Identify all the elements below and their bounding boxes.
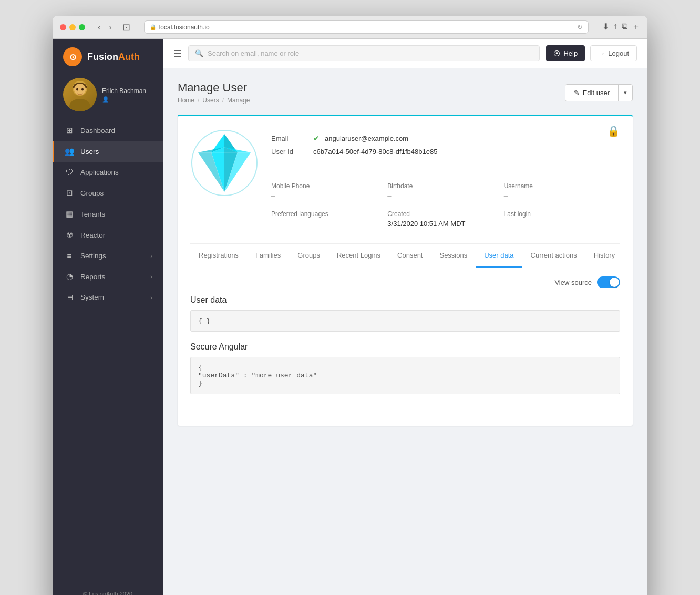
- sidebar-nav: ⊞ Dashboard 👥 Users 🛡 Applications ⊡ Gro…: [53, 120, 163, 583]
- breadcrumb-users[interactable]: Users: [202, 97, 219, 104]
- sidebar-item-settings[interactable]: ≡ Settings ›: [53, 245, 163, 266]
- tab-sessions[interactable]: Sessions: [431, 244, 476, 268]
- refresh-icon[interactable]: ↻: [577, 23, 583, 31]
- back-button[interactable]: ‹: [95, 22, 104, 33]
- chevron-down-icon: ▾: [624, 89, 627, 96]
- user-data-section: View source User data { } Secure Angular…: [190, 268, 620, 413]
- tab-history[interactable]: History: [585, 244, 623, 268]
- user-card-top: Email ✔ angularuser@example.com User Id …: [190, 129, 620, 244]
- help-label: Help: [563, 49, 578, 57]
- avatar-image: [63, 78, 97, 111]
- tabs-icon[interactable]: ⧉: [622, 22, 627, 33]
- divider: [271, 162, 620, 162]
- birthdate-value: –: [387, 192, 503, 200]
- sidebar-item-tenants[interactable]: ▦ Tenants: [53, 203, 163, 224]
- username-value: –: [504, 192, 620, 200]
- logo-text: FusionAuth: [87, 52, 140, 63]
- sidebar-item-groups[interactable]: ⊡ Groups: [53, 182, 163, 203]
- page-title: Manage User: [178, 81, 250, 95]
- system-icon: 🖥: [65, 293, 74, 302]
- sidebar-item-label: Applications: [80, 168, 119, 176]
- view-source-toggle[interactable]: [597, 276, 620, 288]
- help-icon: ⦿: [553, 49, 560, 57]
- sidebar-item-label: Groups: [80, 189, 104, 197]
- verified-icon: ✔: [313, 134, 320, 142]
- search-bar[interactable]: 🔍 Search on email, name or role: [188, 45, 540, 61]
- sidebar-item-dashboard[interactable]: ⊞ Dashboard: [53, 120, 163, 141]
- main-content: Manage User Home / Users / Manage ✎ Edit: [163, 68, 647, 595]
- logout-button[interactable]: → Logout: [590, 45, 637, 61]
- sidebar: ⊙ FusionAuth: [53, 39, 163, 595]
- applications-icon: 🛡: [65, 168, 74, 177]
- edit-user-caret-button[interactable]: ▾: [619, 85, 632, 100]
- tab-user-data[interactable]: User data: [476, 244, 522, 268]
- forward-button[interactable]: ›: [106, 22, 115, 33]
- tab-groups[interactable]: Groups: [289, 244, 328, 268]
- preferred-languages-value: –: [271, 220, 387, 228]
- maximize-button[interactable]: [79, 24, 85, 30]
- created-value: 3/31/2020 10:51 AM MDT: [387, 220, 503, 228]
- download-icon[interactable]: ⬇: [602, 22, 609, 33]
- new-tab-icon[interactable]: ＋: [632, 22, 640, 33]
- svg-point-1: [69, 99, 90, 111]
- traffic-lights: [60, 24, 85, 30]
- svg-point-3: [74, 84, 86, 95]
- tab-registrations[interactable]: Registrations: [190, 244, 247, 268]
- breadcrumb-sep-1: /: [198, 97, 199, 104]
- last-login-item: Last login –: [504, 205, 620, 233]
- user-data-title: User data: [190, 295, 620, 305]
- minimize-button[interactable]: [69, 24, 76, 30]
- svg-point-5: [81, 88, 84, 91]
- sidebar-item-reports[interactable]: ◔ Reports ›: [53, 266, 163, 287]
- page-title-section: Manage User Home / Users / Manage: [178, 81, 250, 104]
- reactor-icon: ☢: [65, 230, 74, 240]
- ssl-lock-icon: 🔒: [150, 24, 156, 30]
- sidebar-item-label: Tenants: [80, 210, 105, 218]
- sidebar-footer: © FusionAuth 2020 FusionAuth™ version 1.…: [53, 583, 163, 595]
- edit-user-button[interactable]: ✎ Edit user: [565, 85, 619, 101]
- close-button[interactable]: [60, 24, 66, 30]
- sidebar-item-label: Reactor: [80, 231, 105, 239]
- url-bar[interactable]: 🔒 local.fusionauth.io ↻: [144, 20, 589, 34]
- preferred-languages-label: Preferred languages: [271, 210, 387, 218]
- sidebar-item-reactor[interactable]: ☢ Reactor: [53, 224, 163, 245]
- search-icon: 🔍: [195, 49, 203, 57]
- url-text: local.fusionauth.io: [159, 24, 210, 31]
- breadcrumb-sep-2: /: [222, 97, 224, 104]
- chevron-right-icon: ›: [150, 253, 152, 259]
- logout-label: Logout: [608, 49, 629, 57]
- tab-recent-logins[interactable]: Recent Logins: [328, 244, 389, 268]
- breadcrumb-home[interactable]: Home: [178, 97, 194, 104]
- user-details-grid: Mobile Phone – Birthdate – Username –: [271, 169, 620, 233]
- sidebar-item-system[interactable]: 🖥 System ›: [53, 287, 163, 307]
- sidebar-toggle-icon[interactable]: ⊡: [122, 22, 130, 33]
- mobile-phone-item: Mobile Phone –: [271, 177, 387, 205]
- help-button[interactable]: ⦿ Help: [546, 45, 585, 61]
- tab-families[interactable]: Families: [247, 244, 289, 268]
- lock-icon: 🔒: [607, 125, 620, 137]
- sidebar-item-label: Settings: [80, 252, 106, 260]
- sidebar-item-users[interactable]: 👥 Users: [53, 141, 163, 162]
- email-label: Email: [271, 135, 308, 142]
- reports-icon: ◔: [65, 272, 74, 281]
- share-icon[interactable]: ↑: [613, 22, 617, 33]
- dashboard-icon: ⊞: [65, 126, 74, 135]
- secure-angular-title: Secure Angular: [190, 342, 620, 352]
- hamburger-icon[interactable]: ☰: [173, 48, 182, 59]
- mobile-phone-label: Mobile Phone: [271, 182, 387, 190]
- view-source-label: View source: [554, 279, 592, 286]
- app-container: ⊙ FusionAuth: [53, 39, 647, 595]
- tab-consent[interactable]: Consent: [389, 244, 431, 268]
- titlebar: ‹ › ⊡ 🔒 local.fusionauth.io ↻ ⬇ ↑ ⧉ ＋: [53, 16, 647, 39]
- sidebar-item-applications[interactable]: 🛡 Applications: [53, 162, 163, 182]
- username-item: Username –: [504, 177, 620, 205]
- nav-buttons: ‹ ›: [95, 22, 115, 33]
- tab-current-actions[interactable]: Current actions: [522, 244, 585, 268]
- groups-icon: ⊡: [65, 188, 74, 198]
- edit-user-button-group: ✎ Edit user ▾: [565, 84, 633, 101]
- email-row: Email ✔ angularuser@example.com: [271, 134, 620, 142]
- sidebar-user-section: Erlich Bachman 👤: [53, 73, 163, 120]
- last-login-label: Last login: [504, 210, 620, 218]
- tenants-icon: ▦: [65, 209, 74, 219]
- email-value: angularuser@example.com: [325, 135, 408, 142]
